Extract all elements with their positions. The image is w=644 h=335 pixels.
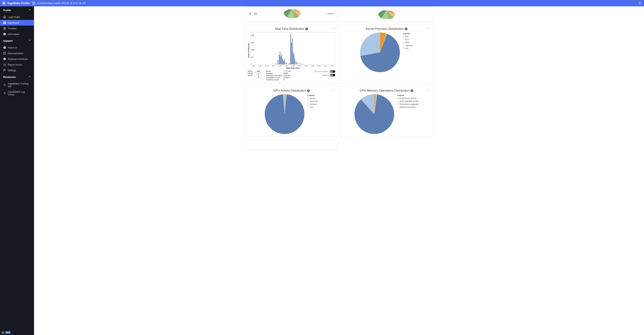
nav-label: Settings bbox=[8, 69, 16, 72]
sidebar-item-training-job[interactable]: SageMaker Training Job bbox=[0, 81, 34, 89]
card-step-time-distribution: ⋯ Step Time Distribution ? Count of Reco… bbox=[245, 24, 338, 84]
card-gpu-activity: ⋯ GPU Activity Distribution ? Legend ker… bbox=[245, 86, 338, 137]
svg-text:0: 0 bbox=[251, 63, 252, 64]
legend-item: int32 bbox=[403, 41, 413, 44]
legend-title: Legend bbox=[403, 33, 413, 35]
sidebar-item-report-issues[interactable]: Report issuus bbox=[0, 62, 34, 68]
pie-chart bbox=[354, 94, 394, 134]
x-axis-label: Step times (ms) bbox=[250, 67, 335, 69]
title-text: GPU Memory Operations Distribution bbox=[360, 89, 410, 93]
svg-rect-45 bbox=[302, 64, 303, 64]
card-menu-button[interactable]: ⋯ bbox=[426, 88, 431, 93]
svg-rect-44 bbox=[300, 64, 301, 64]
sidebar-item-settings[interactable]: Settings bbox=[0, 68, 34, 73]
svg-rect-32 bbox=[286, 63, 287, 64]
footer-badge[interactable]: D8 0 bbox=[5, 331, 10, 334]
k-input[interactable] bbox=[252, 12, 259, 15]
svg-point-16 bbox=[4, 64, 5, 66]
title-text: GPU Activity Distribution bbox=[273, 89, 306, 93]
legend: Legend fp32fp16int32unknownint8 bbox=[403, 33, 413, 50]
card-gpu-mem-ops: ⋯ GPU Memory Operations Distribution ? L… bbox=[340, 86, 433, 137]
card-menu-button[interactable]: ⋯ bbox=[331, 88, 336, 93]
topbar: SageMaker Profiler pt-resnet-smppy-1xg4d… bbox=[0, 0, 644, 7]
svg-rect-35 bbox=[290, 34, 291, 64]
card-top-left-partial: k Others bbox=[245, 7, 338, 22]
xend-input[interactable] bbox=[254, 76, 263, 78]
legend-item: memset bbox=[308, 103, 318, 106]
help-icon[interactable]: ? bbox=[305, 28, 308, 30]
sidebar-item-dashboard[interactable]: Dashboard bbox=[0, 20, 34, 26]
bug-icon bbox=[3, 63, 6, 66]
legend-item: DtoH.device.pageable bbox=[397, 103, 419, 106]
sidebar-section-resources[interactable]: Resources ⌃ bbox=[0, 73, 34, 81]
svg-rect-28 bbox=[282, 59, 283, 64]
legend-item: kernel bbox=[308, 97, 318, 100]
svg-rect-26 bbox=[280, 57, 281, 64]
toggle-label: logAxis bbox=[322, 74, 328, 76]
card-title: GPU Activity Distribution ? bbox=[248, 89, 335, 93]
remove-outliers-toggle[interactable] bbox=[330, 70, 335, 73]
svg-text:150: 150 bbox=[251, 42, 254, 44]
sidebar-item-documentation[interactable]: Documentation bbox=[0, 50, 34, 56]
sidebar-item-information[interactable]: i Information bbox=[0, 31, 34, 37]
title-text: Kernel Precision Distribution bbox=[366, 27, 404, 31]
svg-rect-25 bbox=[280, 52, 280, 64]
footer-chart-icon[interactable] bbox=[1, 331, 4, 334]
xstart-input[interactable] bbox=[254, 73, 263, 75]
pie-partial-icon bbox=[372, 11, 402, 19]
svg-rect-8 bbox=[5, 23, 6, 24]
nav-label: Timeline bbox=[8, 27, 16, 30]
info-icon: i bbox=[3, 33, 6, 36]
logaxis-toggle[interactable] bbox=[330, 74, 335, 77]
sidebar-item-log-group[interactable]: CloudWatch Log Group bbox=[0, 89, 34, 97]
svg-rect-41 bbox=[296, 61, 296, 64]
card-menu-button[interactable]: ⋯ bbox=[426, 26, 431, 31]
svg-rect-43 bbox=[299, 63, 300, 64]
svg-rect-23 bbox=[278, 60, 278, 64]
app-logo-icon bbox=[2, 1, 6, 5]
sidebar-footer: D8 0 bbox=[0, 330, 34, 335]
svg-rect-30 bbox=[284, 59, 284, 64]
svg-rect-38 bbox=[293, 52, 294, 64]
nbins-input[interactable] bbox=[254, 70, 263, 72]
help-icon[interactable]: ? bbox=[307, 89, 310, 92]
stat-labels: MeanIntegralStandard DeviationUnderflow … bbox=[266, 70, 283, 81]
power-icon[interactable] bbox=[638, 1, 642, 6]
nav-label: Documentation bbox=[8, 52, 23, 55]
sidebar-item-timeline[interactable]: Timeline bbox=[0, 26, 34, 31]
dashboard-icon bbox=[3, 21, 6, 24]
nav-label: SageMaker Training Job bbox=[8, 82, 31, 88]
svg-rect-36 bbox=[291, 43, 292, 64]
legend: Legend kernelmemcopymemsetsync bbox=[308, 94, 318, 109]
link-icon bbox=[3, 84, 6, 86]
svg-rect-7 bbox=[3, 23, 4, 24]
hamburger-menu-icon[interactable] bbox=[32, 1, 36, 5]
sidebar-item-keyboard-shortcuts[interactable]: ? Keyboard shortcuts bbox=[0, 56, 34, 62]
svg-rect-39 bbox=[294, 54, 294, 64]
sidebar-section-support[interactable]: Support ⌃ bbox=[0, 37, 34, 45]
card-title: GPU Memory Operations Distribution ? bbox=[343, 89, 430, 93]
histogram-chart: 050100150200 bbox=[250, 33, 335, 65]
legend-item: HtoD.pageable.device bbox=[397, 100, 419, 103]
svg-rect-42 bbox=[297, 63, 298, 64]
help-icon[interactable]: ? bbox=[405, 28, 408, 30]
card-title: Kernel Precision Distribution ? bbox=[343, 27, 430, 31]
legend-item: memcopy bbox=[308, 100, 318, 103]
card-title: Step Time Distribution ? bbox=[248, 27, 335, 31]
pie-chart bbox=[360, 33, 400, 72]
svg-rect-33 bbox=[288, 64, 289, 64]
svg-rect-24 bbox=[279, 55, 280, 64]
sidebar-item-load-profile[interactable]: Load Profile bbox=[0, 14, 34, 20]
sidebar-section-profile[interactable]: Profile ⌃ bbox=[0, 7, 34, 14]
timeline-icon bbox=[3, 27, 6, 30]
help-icon[interactable]: ? bbox=[410, 89, 413, 92]
svg-text:100: 100 bbox=[251, 49, 254, 51]
k-input-group: k bbox=[250, 12, 259, 15]
legend-item: int8 bbox=[403, 47, 413, 50]
legend-item: sync bbox=[308, 106, 318, 109]
pie-partial-icon bbox=[277, 10, 307, 18]
sidebar-item-about[interactable]: i About us bbox=[0, 45, 34, 50]
svg-rect-31 bbox=[285, 62, 286, 64]
card-menu-button[interactable]: ⋯ bbox=[331, 26, 336, 31]
legend-label: Others bbox=[328, 12, 334, 15]
